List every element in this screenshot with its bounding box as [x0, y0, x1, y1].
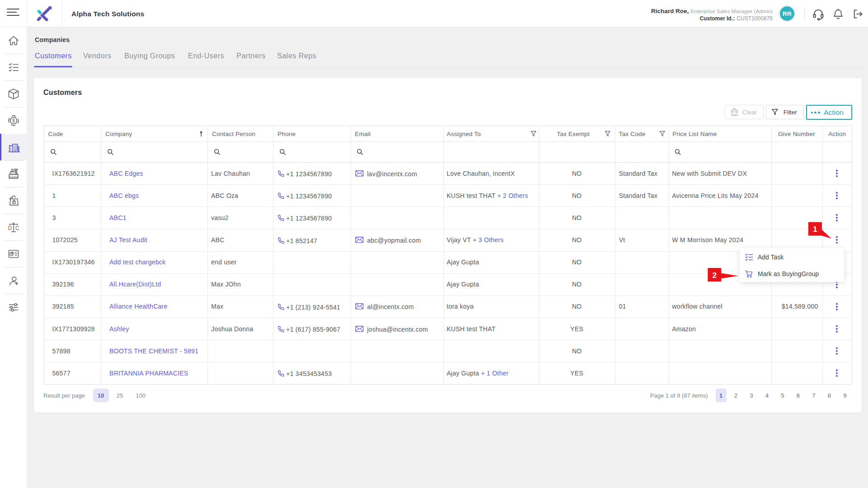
- svg-text:1: 1: [813, 225, 817, 234]
- svg-text:2: 2: [712, 271, 717, 280]
